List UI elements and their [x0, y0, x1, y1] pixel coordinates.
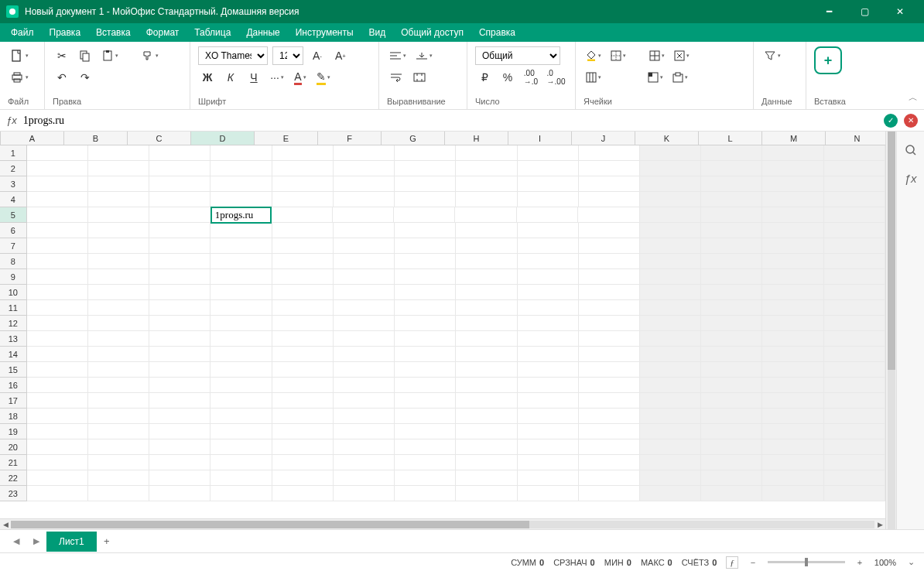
cell[interactable]: [701, 145, 762, 161]
cell[interactable]: [701, 486, 762, 501]
cell[interactable]: [762, 331, 823, 347]
cell[interactable]: [824, 300, 885, 316]
cell[interactable]: [701, 161, 762, 176]
cell[interactable]: [272, 331, 334, 347]
increase-font-button[interactable]: A+: [331, 46, 350, 65]
borders-button[interactable]: ▾: [608, 46, 628, 65]
cell[interactable]: [579, 176, 640, 192]
row-header[interactable]: 2: [0, 161, 27, 176]
formula-input[interactable]: [23, 115, 878, 127]
format-painter-button[interactable]: ▾: [139, 46, 161, 65]
number-format-select[interactable]: Общий: [475, 46, 560, 65]
row-header[interactable]: 11: [0, 300, 27, 316]
cell[interactable]: [334, 470, 395, 486]
cell[interactable]: [762, 362, 823, 378]
cell[interactable]: [334, 176, 395, 192]
align-vertical-button[interactable]: ▾: [413, 46, 435, 65]
menu-share[interactable]: Общий доступ: [393, 24, 471, 41]
cell[interactable]: [640, 316, 701, 331]
cell[interactable]: [518, 300, 579, 316]
cell[interactable]: [272, 300, 334, 316]
cell[interactable]: [88, 269, 149, 285]
cell[interactable]: [762, 424, 823, 439]
cell[interactable]: [149, 455, 210, 470]
cell[interactable]: [334, 347, 395, 362]
cell[interactable]: [272, 285, 334, 300]
cell[interactable]: [579, 269, 640, 285]
cell[interactable]: [640, 223, 701, 238]
cell[interactable]: [88, 300, 149, 316]
row-header[interactable]: 13: [0, 331, 27, 347]
menu-table[interactable]: Таблица: [187, 24, 238, 41]
cell[interactable]: [456, 269, 517, 285]
column-header[interactable]: F: [318, 132, 382, 145]
cell[interactable]: [334, 316, 395, 331]
cell[interactable]: [579, 316, 640, 331]
cell[interactable]: [518, 331, 579, 347]
cell[interactable]: [640, 470, 701, 486]
cell[interactable]: [824, 347, 885, 362]
cell[interactable]: [456, 331, 517, 347]
cell[interactable]: [701, 223, 762, 238]
cell[interactable]: [395, 362, 456, 378]
row-header[interactable]: 10: [0, 285, 27, 300]
merge-cells-button[interactable]: [410, 68, 429, 87]
cell[interactable]: [579, 409, 640, 424]
cell[interactable]: [210, 362, 272, 378]
cell[interactable]: [762, 238, 823, 254]
minimize-button[interactable]: ━: [811, 0, 847, 23]
cell[interactable]: [701, 316, 762, 331]
cell[interactable]: [149, 192, 210, 207]
cell[interactable]: [762, 207, 823, 223]
cell[interactable]: [88, 192, 149, 207]
cell[interactable]: [149, 300, 210, 316]
insert-button[interactable]: +: [814, 46, 842, 74]
cell[interactable]: [27, 455, 88, 470]
cell[interactable]: [27, 145, 88, 161]
cell[interactable]: [640, 393, 701, 409]
cell[interactable]: [640, 455, 701, 470]
cell[interactable]: [210, 145, 272, 161]
cell[interactable]: [334, 331, 395, 347]
cell[interactable]: [88, 455, 149, 470]
row-header[interactable]: 6: [0, 223, 27, 238]
cell[interactable]: [333, 207, 394, 223]
freeze-button[interactable]: ▾: [645, 68, 666, 87]
cell[interactable]: [272, 347, 334, 362]
cell[interactable]: [272, 161, 334, 176]
cell[interactable]: [27, 192, 88, 207]
cell[interactable]: [824, 269, 885, 285]
column-header[interactable]: K: [635, 132, 699, 145]
italic-button[interactable]: К: [221, 68, 240, 87]
column-header[interactable]: N: [826, 132, 889, 145]
cell[interactable]: [210, 223, 272, 238]
cell[interactable]: [210, 285, 272, 300]
print-button[interactable]: ▾: [8, 68, 31, 87]
cell[interactable]: [334, 238, 395, 254]
cell-size-button[interactable]: ▾: [583, 68, 604, 87]
cell[interactable]: [824, 470, 885, 486]
menu-format[interactable]: Формат: [139, 24, 187, 41]
cell[interactable]: [149, 254, 210, 269]
cell[interactable]: [518, 378, 579, 393]
cell[interactable]: [456, 145, 517, 161]
cell[interactable]: [395, 486, 456, 501]
cell[interactable]: [27, 347, 88, 362]
cell[interactable]: [578, 207, 639, 223]
cell[interactable]: [640, 347, 701, 362]
cell[interactable]: [334, 254, 395, 269]
cell[interactable]: [27, 176, 88, 192]
cell[interactable]: [149, 269, 210, 285]
cell[interactable]: [701, 192, 762, 207]
cell[interactable]: [149, 238, 210, 254]
cell[interactable]: [456, 161, 517, 176]
search-icon[interactable]: [902, 141, 920, 159]
cell[interactable]: [27, 269, 88, 285]
maximize-button[interactable]: ▢: [847, 0, 882, 23]
cell[interactable]: [395, 192, 456, 207]
cell[interactable]: [27, 470, 88, 486]
cell[interactable]: [640, 378, 701, 393]
cell[interactable]: [824, 409, 885, 424]
cell[interactable]: [518, 161, 579, 176]
cell[interactable]: [579, 192, 640, 207]
